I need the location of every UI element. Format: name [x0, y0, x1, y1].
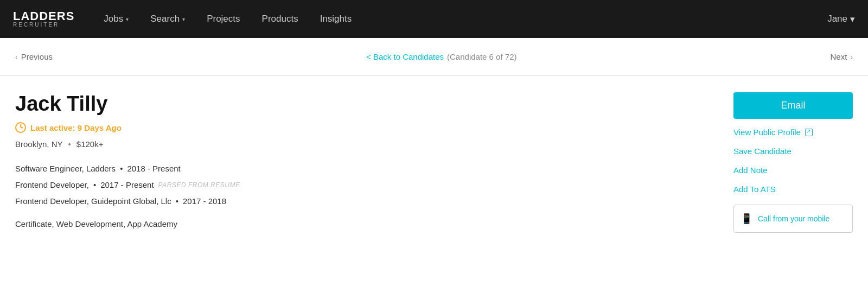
last-active-indicator: Last active: 9 Days Ago [15, 122, 720, 133]
candidate-count: (Candidate 6 of 72) [447, 52, 516, 61]
nav-items: Jobs ▾ Search ▾ Projects Products Insigh… [94, 9, 827, 29]
job-dates-2: 2017 - Present [100, 177, 154, 193]
add-note-link[interactable]: Add Note [733, 164, 853, 176]
last-active-label: Last active: 9 Days Ago [30, 123, 122, 132]
education: Certificate, Web Development, App Academ… [15, 219, 720, 228]
right-panel: Email View Public Profile Save Candidate… [733, 92, 853, 233]
right-arrow-icon: › [850, 53, 853, 61]
nav-search-label: Search [150, 14, 180, 24]
separator: • [93, 177, 96, 193]
logo-top: LADDERS [13, 10, 74, 22]
nav-item-projects[interactable]: Projects [197, 9, 250, 29]
separator: • [68, 139, 71, 149]
separator: • [176, 193, 178, 209]
job-dates-3: 2017 - 2018 [183, 193, 226, 209]
nav-user[interactable]: Jane ▾ [827, 14, 855, 25]
job-title-3: Frontend Developer, Guidepoint Global, L… [15, 193, 171, 209]
breadcrumb-bar: ‹ Previous < Back to Candidates (Candida… [0, 38, 868, 76]
nav-item-products[interactable]: Products [252, 9, 308, 29]
call-mobile-label: Call from your mobile [758, 214, 829, 223]
job-title-1: Software Engineer, Ladders [15, 161, 116, 177]
email-button[interactable]: Email [733, 92, 853, 119]
main-content: Jack Tilly Last active: 9 Days Ago Brook… [0, 76, 868, 249]
logo[interactable]: LADDERS RECRUITER [13, 10, 74, 28]
add-note-label: Add Note [733, 166, 768, 175]
left-arrow-icon: ‹ [15, 53, 18, 61]
candidate-info: Jack Tilly Last active: 9 Days Ago Brook… [15, 92, 720, 233]
candidate-name: Jack Tilly [15, 92, 720, 116]
view-profile-label: View Public Profile [733, 128, 801, 137]
save-candidate-label: Save Candidate [733, 147, 792, 156]
nav-item-insights[interactable]: Insights [310, 9, 362, 29]
chevron-down-icon: ▾ [126, 16, 129, 22]
nav-insights-label: Insights [320, 14, 352, 24]
breadcrumb: < Back to Candidates (Candidate 6 of 72) [366, 52, 516, 61]
save-candidate-link[interactable]: Save Candidate [733, 145, 853, 157]
location-salary: Brooklyn, NY • $120k+ [15, 139, 720, 149]
phone-icon: 📱 [741, 213, 752, 225]
next-label: Next [830, 52, 847, 61]
previous-label: Previous [21, 52, 53, 61]
logo-bottom: RECRUITER [13, 22, 74, 28]
back-to-candidates-link[interactable]: < Back to Candidates [366, 52, 444, 61]
nav-projects-label: Projects [207, 14, 240, 24]
chevron-down-icon: ▾ [850, 14, 855, 25]
next-button[interactable]: Next › [830, 52, 853, 61]
add-to-ats-link[interactable]: Add To ATS [733, 183, 853, 195]
nav-item-search[interactable]: Search ▾ [141, 9, 195, 29]
work-item-3: Frontend Developer, Guidepoint Global, L… [15, 193, 720, 209]
work-history: Software Engineer, Ladders • 2018 - Pres… [15, 161, 720, 209]
nav-item-jobs[interactable]: Jobs ▾ [94, 9, 138, 29]
parsed-badge: PARSED FROM RESUME [158, 179, 240, 192]
separator: • [120, 161, 123, 177]
clock-icon [15, 122, 26, 133]
nav-products-label: Products [262, 14, 298, 24]
job-dates-1: 2018 - Present [127, 161, 180, 177]
view-public-profile-link[interactable]: View Public Profile [733, 126, 853, 138]
external-link-icon [805, 129, 813, 136]
navbar: LADDERS RECRUITER Jobs ▾ Search ▾ Projec… [0, 0, 868, 38]
call-mobile-button[interactable]: 📱 Call from your mobile [733, 205, 853, 233]
work-item-2: Frontend Developer, • 2017 - Present PAR… [15, 177, 720, 193]
location: Brooklyn, NY [15, 139, 63, 149]
nav-jobs-label: Jobs [104, 14, 123, 24]
user-name-label: Jane [827, 14, 847, 24]
job-title-2: Frontend Developer, [15, 177, 89, 193]
previous-button[interactable]: ‹ Previous [15, 52, 53, 61]
work-item-1: Software Engineer, Ladders • 2018 - Pres… [15, 161, 720, 177]
add-to-ats-label: Add To ATS [733, 185, 776, 194]
salary: $120k+ [76, 139, 104, 149]
chevron-down-icon: ▾ [182, 16, 185, 22]
